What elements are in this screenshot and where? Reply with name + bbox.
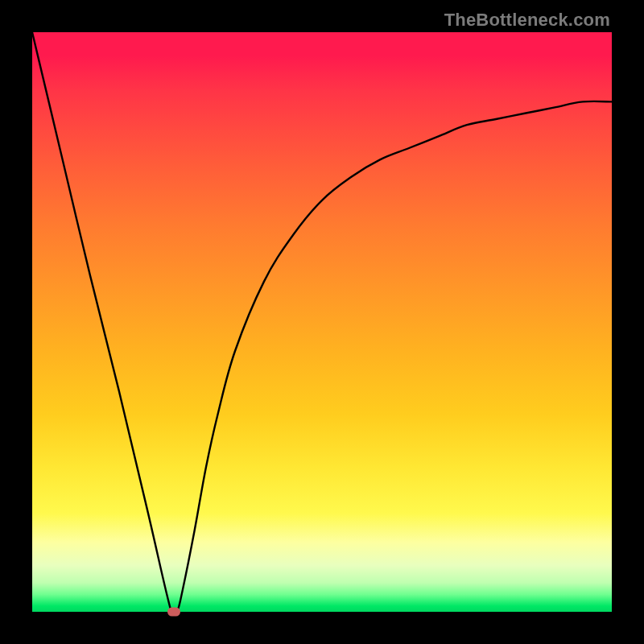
plot-area — [32, 32, 612, 612]
bottleneck-curve — [32, 32, 612, 612]
chart-frame: TheBottleneck.com — [0, 0, 644, 644]
watermark-text: TheBottleneck.com — [444, 10, 610, 31]
minimum-marker — [167, 608, 180, 617]
